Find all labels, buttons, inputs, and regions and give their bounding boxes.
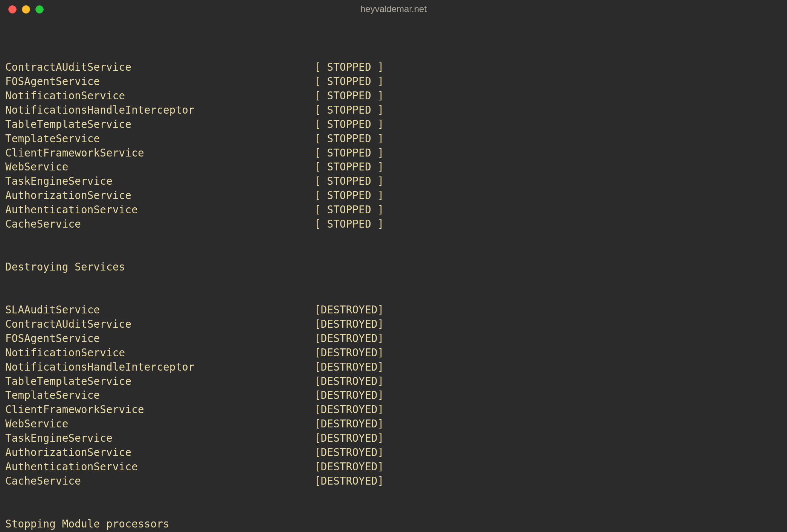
service-name: SLAAuditService	[5, 304, 314, 316]
service-line: TaskEngineService [DESTROYED]	[5, 431, 782, 445]
service-line: AuthorizationService [ STOPPED ]	[5, 188, 782, 203]
service-name: FOSAgentService	[5, 75, 314, 87]
minimize-icon[interactable]	[22, 5, 30, 14]
service-line: NotificationsHandleInterceptor [ STOPPED…	[5, 103, 782, 117]
service-status: [DESTROYED]	[314, 375, 384, 387]
service-line: SLAAuditService [DESTROYED]	[5, 303, 782, 317]
service-line: NotificationsHandleInterceptor [DESTROYE…	[5, 360, 782, 374]
destroyed-services-block: SLAAuditService [DESTROYED]ContractAUdit…	[5, 303, 782, 488]
service-line: WebService [ STOPPED ]	[5, 160, 782, 174]
zoom-icon[interactable]	[35, 5, 44, 14]
service-line: TableTemplateService [ STOPPED ]	[5, 117, 782, 132]
service-status: [DESTROYED]	[314, 318, 384, 330]
service-line: ClientFrameworkService [ STOPPED ]	[5, 146, 782, 160]
service-name: AuthorizationService	[5, 446, 314, 458]
service-status: [DESTROYED]	[314, 475, 384, 487]
service-status: [ STOPPED ]	[314, 175, 384, 187]
service-line: NotificationService [DESTROYED]	[5, 346, 782, 360]
service-name: TaskEngineService	[5, 432, 314, 444]
service-name: TableTemplateService	[5, 118, 314, 130]
service-name: ClientFrameworkService	[5, 147, 314, 159]
service-name: TaskEngineService	[5, 175, 314, 187]
service-line: NotificationService [ STOPPED ]	[5, 89, 782, 103]
service-line: AuthenticationService [DESTROYED]	[5, 460, 782, 474]
traffic-lights	[8, 5, 44, 14]
service-name: NotificationsHandleInterceptor	[5, 104, 314, 116]
service-status: [ STOPPED ]	[314, 132, 384, 144]
service-status: [DESTROYED]	[314, 461, 384, 473]
service-line: TaskEngineService [ STOPPED ]	[5, 174, 782, 188]
service-name: ContractAUditService	[5, 318, 314, 330]
service-name: ContractAUditService	[5, 61, 314, 73]
service-status: [DESTROYED]	[314, 332, 384, 344]
window-title: heyvaldemar.net	[360, 2, 427, 14]
stopped-services-block: ContractAUditService [ STOPPED ]FOSAgent…	[5, 60, 782, 231]
service-status: [ STOPPED ]	[314, 104, 384, 116]
service-name: TemplateService	[5, 389, 314, 401]
service-status: [ STOPPED ]	[314, 147, 384, 159]
service-status: [ STOPPED ]	[314, 118, 384, 130]
service-status: [ STOPPED ]	[314, 161, 384, 173]
service-line: AuthenticationService [ STOPPED ]	[5, 203, 782, 217]
service-name: WebService	[5, 161, 314, 173]
service-line: CacheService [DESTROYED]	[5, 474, 782, 488]
service-status: [DESTROYED]	[314, 389, 384, 401]
service-line: WebService [DESTROYED]	[5, 417, 782, 431]
service-line: TableTemplateService [DESTROYED]	[5, 374, 782, 389]
terminal-body[interactable]: ContractAUditService [ STOPPED ]FOSAgent…	[0, 17, 787, 532]
service-status: [DESTROYED]	[314, 347, 384, 359]
titlebar: heyvaldemar.net	[0, 0, 787, 17]
close-icon[interactable]	[8, 5, 17, 14]
service-line: ContractAUditService [DESTROYED]	[5, 317, 782, 331]
service-name: NotificationService	[5, 347, 314, 359]
service-name: CacheService	[5, 475, 314, 487]
service-status: [DESTROYED]	[314, 403, 384, 415]
service-line: FOSAgentService [DESTROYED]	[5, 331, 782, 346]
service-line: FOSAgentService [ STOPPED ]	[5, 74, 782, 89]
service-name: AuthorizationService	[5, 189, 314, 201]
service-name: WebService	[5, 418, 314, 430]
service-status: [DESTROYED]	[314, 432, 384, 444]
service-name: NotificationsHandleInterceptor	[5, 361, 314, 373]
service-status: [DESTROYED]	[314, 446, 384, 458]
service-line: ContractAUditService [ STOPPED ]	[5, 60, 782, 74]
service-name: FOSAgentService	[5, 332, 314, 344]
stopping-modules-header: Stopping Module processors	[5, 517, 782, 531]
service-status: [ STOPPED ]	[314, 218, 384, 230]
service-status: [DESTROYED]	[314, 361, 384, 373]
service-status: [DESTROYED]	[314, 418, 384, 430]
service-status: [ STOPPED ]	[314, 204, 384, 216]
service-status: [ STOPPED ]	[314, 75, 384, 87]
service-name: ClientFrameworkService	[5, 403, 314, 415]
service-line: AuthorizationService [DESTROYED]	[5, 445, 782, 460]
service-line: CacheService [ STOPPED ]	[5, 217, 782, 231]
service-status: [ STOPPED ]	[314, 61, 384, 73]
service-status: [DESTROYED]	[314, 304, 384, 316]
service-line: TemplateService [DESTROYED]	[5, 388, 782, 403]
terminal-window: heyvaldemar.net ContractAUditService [ S…	[0, 0, 787, 532]
service-status: [ STOPPED ]	[314, 189, 384, 201]
service-name: AuthenticationService	[5, 461, 314, 473]
service-line: TemplateService [ STOPPED ]	[5, 132, 782, 146]
destroying-header: Destroying Services	[5, 260, 782, 274]
service-name: CacheService	[5, 218, 314, 230]
service-name: AuthenticationService	[5, 204, 314, 216]
service-line: ClientFrameworkService [DESTROYED]	[5, 403, 782, 417]
service-name: TableTemplateService	[5, 375, 314, 387]
service-status: [ STOPPED ]	[314, 90, 384, 102]
service-name: NotificationService	[5, 90, 314, 102]
service-name: TemplateService	[5, 132, 314, 144]
